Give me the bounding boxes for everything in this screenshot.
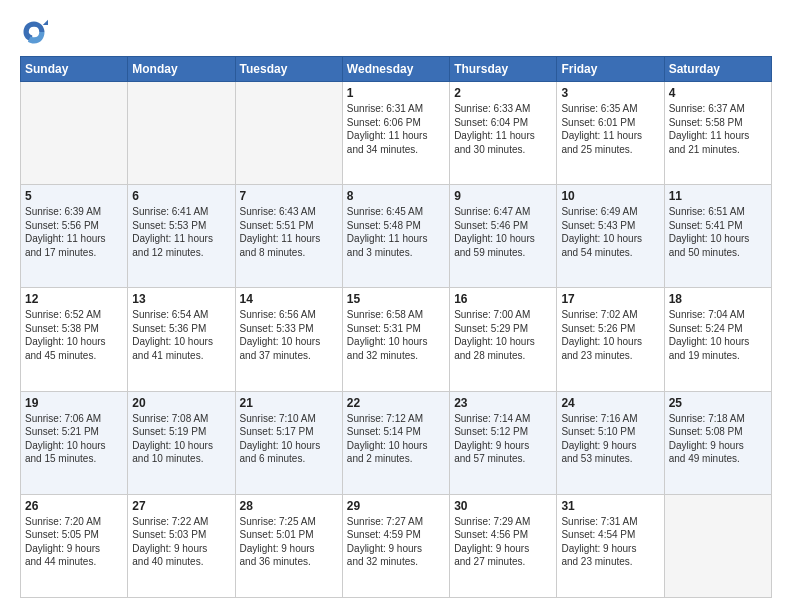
cell-text: Sunrise: 6:54 AM Sunset: 5:36 PM Dayligh… (132, 308, 230, 362)
calendar-cell: 24Sunrise: 7:16 AM Sunset: 5:10 PM Dayli… (557, 391, 664, 494)
calendar-week-row: 19Sunrise: 7:06 AM Sunset: 5:21 PM Dayli… (21, 391, 772, 494)
day-number: 26 (25, 499, 123, 513)
day-number: 6 (132, 189, 230, 203)
cell-text: Sunrise: 7:00 AM Sunset: 5:29 PM Dayligh… (454, 308, 552, 362)
day-number: 10 (561, 189, 659, 203)
calendar-cell: 7Sunrise: 6:43 AM Sunset: 5:51 PM Daylig… (235, 185, 342, 288)
day-number: 3 (561, 86, 659, 100)
calendar-cell: 31Sunrise: 7:31 AM Sunset: 4:54 PM Dayli… (557, 494, 664, 597)
calendar-cell: 19Sunrise: 7:06 AM Sunset: 5:21 PM Dayli… (21, 391, 128, 494)
cell-text: Sunrise: 6:37 AM Sunset: 5:58 PM Dayligh… (669, 102, 767, 156)
calendar-cell: 21Sunrise: 7:10 AM Sunset: 5:17 PM Dayli… (235, 391, 342, 494)
day-number: 9 (454, 189, 552, 203)
calendar-cell: 2Sunrise: 6:33 AM Sunset: 6:04 PM Daylig… (450, 82, 557, 185)
calendar-cell: 17Sunrise: 7:02 AM Sunset: 5:26 PM Dayli… (557, 288, 664, 391)
cell-text: Sunrise: 6:41 AM Sunset: 5:53 PM Dayligh… (132, 205, 230, 259)
calendar-week-row: 12Sunrise: 6:52 AM Sunset: 5:38 PM Dayli… (21, 288, 772, 391)
calendar-cell (664, 494, 771, 597)
cell-text: Sunrise: 7:02 AM Sunset: 5:26 PM Dayligh… (561, 308, 659, 362)
calendar-cell: 30Sunrise: 7:29 AM Sunset: 4:56 PM Dayli… (450, 494, 557, 597)
calendar-cell: 20Sunrise: 7:08 AM Sunset: 5:19 PM Dayli… (128, 391, 235, 494)
calendar-week-row: 26Sunrise: 7:20 AM Sunset: 5:05 PM Dayli… (21, 494, 772, 597)
calendar-cell: 15Sunrise: 6:58 AM Sunset: 5:31 PM Dayli… (342, 288, 449, 391)
header (20, 18, 772, 46)
day-number: 17 (561, 292, 659, 306)
calendar-week-row: 1Sunrise: 6:31 AM Sunset: 6:06 PM Daylig… (21, 82, 772, 185)
day-number: 18 (669, 292, 767, 306)
day-number: 4 (669, 86, 767, 100)
cell-text: Sunrise: 6:39 AM Sunset: 5:56 PM Dayligh… (25, 205, 123, 259)
cell-text: Sunrise: 6:43 AM Sunset: 5:51 PM Dayligh… (240, 205, 338, 259)
calendar-cell: 6Sunrise: 6:41 AM Sunset: 5:53 PM Daylig… (128, 185, 235, 288)
day-number: 23 (454, 396, 552, 410)
calendar-header-row: SundayMondayTuesdayWednesdayThursdayFrid… (21, 57, 772, 82)
cell-text: Sunrise: 7:10 AM Sunset: 5:17 PM Dayligh… (240, 412, 338, 466)
calendar-cell: 11Sunrise: 6:51 AM Sunset: 5:41 PM Dayli… (664, 185, 771, 288)
col-header-monday: Monday (128, 57, 235, 82)
calendar: SundayMondayTuesdayWednesdayThursdayFrid… (20, 56, 772, 598)
day-number: 31 (561, 499, 659, 513)
calendar-cell: 3Sunrise: 6:35 AM Sunset: 6:01 PM Daylig… (557, 82, 664, 185)
calendar-cell: 8Sunrise: 6:45 AM Sunset: 5:48 PM Daylig… (342, 185, 449, 288)
day-number: 14 (240, 292, 338, 306)
col-header-thursday: Thursday (450, 57, 557, 82)
calendar-cell: 23Sunrise: 7:14 AM Sunset: 5:12 PM Dayli… (450, 391, 557, 494)
day-number: 15 (347, 292, 445, 306)
day-number: 13 (132, 292, 230, 306)
day-number: 30 (454, 499, 552, 513)
calendar-cell: 28Sunrise: 7:25 AM Sunset: 5:01 PM Dayli… (235, 494, 342, 597)
cell-text: Sunrise: 7:14 AM Sunset: 5:12 PM Dayligh… (454, 412, 552, 466)
cell-text: Sunrise: 7:12 AM Sunset: 5:14 PM Dayligh… (347, 412, 445, 466)
cell-text: Sunrise: 7:29 AM Sunset: 4:56 PM Dayligh… (454, 515, 552, 569)
cell-text: Sunrise: 6:56 AM Sunset: 5:33 PM Dayligh… (240, 308, 338, 362)
calendar-cell: 12Sunrise: 6:52 AM Sunset: 5:38 PM Dayli… (21, 288, 128, 391)
col-header-saturday: Saturday (664, 57, 771, 82)
col-header-tuesday: Tuesday (235, 57, 342, 82)
cell-text: Sunrise: 7:27 AM Sunset: 4:59 PM Dayligh… (347, 515, 445, 569)
svg-marker-0 (43, 20, 48, 25)
day-number: 22 (347, 396, 445, 410)
calendar-cell: 18Sunrise: 7:04 AM Sunset: 5:24 PM Dayli… (664, 288, 771, 391)
calendar-cell: 1Sunrise: 6:31 AM Sunset: 6:06 PM Daylig… (342, 82, 449, 185)
cell-text: Sunrise: 6:31 AM Sunset: 6:06 PM Dayligh… (347, 102, 445, 156)
calendar-cell: 9Sunrise: 6:47 AM Sunset: 5:46 PM Daylig… (450, 185, 557, 288)
day-number: 16 (454, 292, 552, 306)
col-header-friday: Friday (557, 57, 664, 82)
cell-text: Sunrise: 7:31 AM Sunset: 4:54 PM Dayligh… (561, 515, 659, 569)
day-number: 27 (132, 499, 230, 513)
logo-icon (20, 18, 48, 46)
cell-text: Sunrise: 7:20 AM Sunset: 5:05 PM Dayligh… (25, 515, 123, 569)
calendar-cell: 16Sunrise: 7:00 AM Sunset: 5:29 PM Dayli… (450, 288, 557, 391)
day-number: 21 (240, 396, 338, 410)
calendar-cell: 13Sunrise: 6:54 AM Sunset: 5:36 PM Dayli… (128, 288, 235, 391)
calendar-cell (21, 82, 128, 185)
day-number: 2 (454, 86, 552, 100)
day-number: 25 (669, 396, 767, 410)
logo (20, 18, 52, 46)
day-number: 11 (669, 189, 767, 203)
calendar-cell (235, 82, 342, 185)
day-number: 1 (347, 86, 445, 100)
cell-text: Sunrise: 6:35 AM Sunset: 6:01 PM Dayligh… (561, 102, 659, 156)
cell-text: Sunrise: 6:51 AM Sunset: 5:41 PM Dayligh… (669, 205, 767, 259)
calendar-cell: 10Sunrise: 6:49 AM Sunset: 5:43 PM Dayli… (557, 185, 664, 288)
calendar-cell: 27Sunrise: 7:22 AM Sunset: 5:03 PM Dayli… (128, 494, 235, 597)
calendar-week-row: 5Sunrise: 6:39 AM Sunset: 5:56 PM Daylig… (21, 185, 772, 288)
day-number: 28 (240, 499, 338, 513)
cell-text: Sunrise: 6:52 AM Sunset: 5:38 PM Dayligh… (25, 308, 123, 362)
cell-text: Sunrise: 6:49 AM Sunset: 5:43 PM Dayligh… (561, 205, 659, 259)
calendar-cell: 29Sunrise: 7:27 AM Sunset: 4:59 PM Dayli… (342, 494, 449, 597)
day-number: 20 (132, 396, 230, 410)
cell-text: Sunrise: 7:16 AM Sunset: 5:10 PM Dayligh… (561, 412, 659, 466)
cell-text: Sunrise: 7:22 AM Sunset: 5:03 PM Dayligh… (132, 515, 230, 569)
calendar-cell (128, 82, 235, 185)
day-number: 19 (25, 396, 123, 410)
cell-text: Sunrise: 7:06 AM Sunset: 5:21 PM Dayligh… (25, 412, 123, 466)
cell-text: Sunrise: 6:58 AM Sunset: 5:31 PM Dayligh… (347, 308, 445, 362)
calendar-cell: 25Sunrise: 7:18 AM Sunset: 5:08 PM Dayli… (664, 391, 771, 494)
calendar-cell: 4Sunrise: 6:37 AM Sunset: 5:58 PM Daylig… (664, 82, 771, 185)
day-number: 5 (25, 189, 123, 203)
cell-text: Sunrise: 6:47 AM Sunset: 5:46 PM Dayligh… (454, 205, 552, 259)
cell-text: Sunrise: 6:33 AM Sunset: 6:04 PM Dayligh… (454, 102, 552, 156)
day-number: 24 (561, 396, 659, 410)
